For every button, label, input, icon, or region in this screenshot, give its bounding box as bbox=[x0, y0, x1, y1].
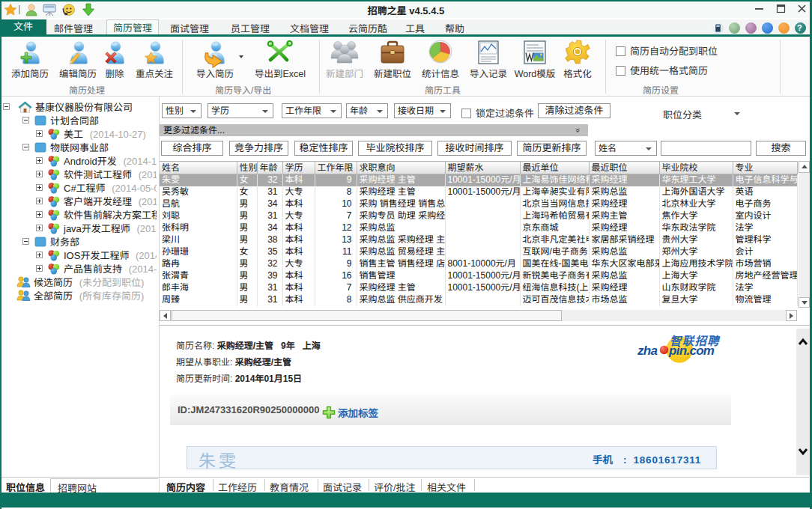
svg-text:新建职位: 新建职位 bbox=[374, 69, 411, 79]
svg-text:zha: zha bbox=[637, 344, 657, 358]
svg-text:编辑简历: 编辑简历 bbox=[59, 69, 97, 79]
svg-text:导入简历: 导入简历 bbox=[196, 69, 234, 79]
svg-text:新建部门: 新建部门 bbox=[326, 69, 363, 79]
svg-text:导入记录: 导入记录 bbox=[470, 69, 507, 79]
svg-text:导出到Excel: 导出到Excel bbox=[255, 69, 306, 79]
svg-text:Word模版: Word模版 bbox=[515, 69, 556, 79]
svg-text:删除: 删除 bbox=[105, 69, 124, 79]
svg-text:智联招聘: 智联招聘 bbox=[670, 332, 721, 348]
svg-text:格式化: 格式化 bbox=[563, 69, 592, 79]
svg-text:添加简历: 添加简历 bbox=[11, 69, 49, 79]
svg-text:重点关注: 重点关注 bbox=[136, 69, 174, 79]
svg-text:统计信息: 统计信息 bbox=[422, 69, 459, 79]
